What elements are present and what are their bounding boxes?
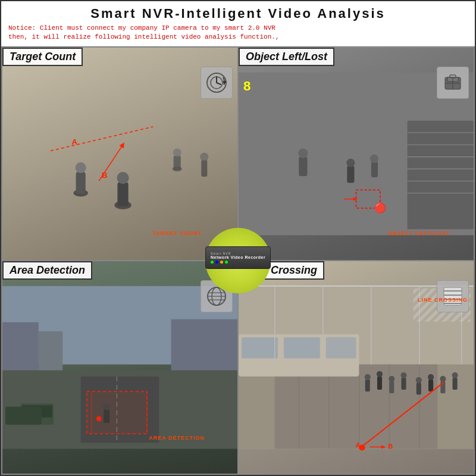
svg-rect-91 (401, 378, 406, 390)
svg-rect-29 (299, 156, 307, 176)
nvr-circle: Smart NVR Network Video Recorder (205, 228, 271, 293)
svg-text:A: A (355, 441, 360, 449)
nvr-led-orange (220, 261, 223, 264)
svg-rect-74 (242, 337, 278, 358)
target-count-feature-label: TARGET COUNT (152, 230, 202, 236)
svg-rect-97 (440, 381, 445, 393)
svg-text:B: B (388, 443, 393, 450)
svg-rect-53 (20, 403, 54, 424)
svg-point-57 (103, 403, 110, 410)
target-count-icon (205, 71, 228, 94)
object-left-feature-label: OBJECT LEFT/LOST (388, 230, 450, 236)
area-detection-label: Area Detection (2, 261, 92, 280)
svg-rect-87 (377, 377, 382, 390)
svg-rect-75 (284, 337, 320, 358)
page-title: Smart NVR-Intelligent Video Analysis (4, 6, 472, 21)
svg-rect-54 (21, 405, 52, 417)
nvr-led-blue (215, 261, 218, 264)
nvr-device: Smart NVR Network Video Recorder (205, 246, 271, 269)
line-crossing-feature-label: LINE CROSSING (418, 297, 468, 303)
svg-line-3 (99, 145, 123, 181)
object-left-label: Object Left/Lost (239, 48, 334, 66)
nvr-led-green2 (225, 261, 228, 264)
svg-text:8: 8 (243, 79, 250, 93)
svg-point-12 (173, 167, 182, 171)
svg-point-88 (377, 371, 383, 377)
svg-point-98 (440, 376, 446, 382)
svg-point-11 (117, 172, 129, 184)
quadrant-line-crossing: Line Crossing (239, 261, 474, 474)
svg-point-6 (74, 189, 88, 196)
notice-line1: Notice: Client must connect my company I… (8, 24, 275, 32)
svg-rect-66 (239, 364, 474, 449)
svg-point-9 (114, 201, 131, 209)
svg-rect-33 (371, 162, 378, 177)
svg-rect-67 (275, 364, 437, 449)
svg-rect-49 (81, 377, 159, 443)
svg-rect-89 (389, 381, 394, 393)
nvr-led-green (211, 261, 214, 264)
svg-line-2 (51, 127, 153, 151)
svg-rect-10 (117, 182, 128, 206)
svg-text:A: A (71, 137, 77, 146)
svg-point-94 (416, 377, 422, 383)
svg-point-52 (96, 416, 101, 421)
svg-line-101 (359, 383, 444, 449)
svg-rect-45 (2, 322, 39, 370)
svg-rect-85 (365, 380, 370, 392)
svg-point-34 (370, 154, 378, 162)
svg-rect-93 (416, 383, 421, 394)
svg-point-30 (298, 148, 308, 158)
svg-point-96 (428, 374, 434, 380)
svg-rect-76 (326, 337, 356, 358)
target-count-screen: A B (2, 48, 237, 260)
line-crossing-icon (441, 285, 464, 308)
svg-point-86 (365, 374, 371, 380)
svg-point-90 (389, 376, 394, 382)
nvr-leds (211, 261, 270, 264)
svg-rect-43 (450, 75, 456, 78)
svg-rect-95 (428, 380, 433, 392)
notice-text: Notice: Client must connect my company I… (4, 21, 472, 43)
svg-point-92 (400, 372, 406, 378)
quadrant-object-left: Object Left/Lost (239, 48, 474, 260)
svg-line-20 (217, 83, 221, 84)
main-container: Smart NVR-Intelligent Video Analysis Not… (0, 0, 476, 476)
svg-rect-7 (76, 172, 86, 193)
svg-rect-46 (39, 331, 63, 371)
svg-point-8 (76, 162, 86, 173)
object-left-screen: 🔴 8 (239, 48, 474, 260)
svg-text:🔴: 🔴 (374, 202, 387, 214)
notice-line2: then, it will realize following intellig… (8, 33, 279, 40)
svg-point-16 (200, 152, 208, 161)
svg-point-32 (346, 158, 355, 167)
svg-rect-56 (104, 409, 109, 422)
svg-point-100 (452, 372, 458, 378)
svg-rect-13 (174, 155, 181, 170)
video-grid: Target Count A (1, 46, 475, 475)
svg-rect-47 (171, 319, 237, 370)
quadrant-area-detection: Area Detection (2, 261, 237, 474)
svg-rect-31 (347, 166, 354, 183)
line-crossing-icon-box (437, 280, 469, 312)
line-crossing-screen: A B (239, 261, 474, 474)
area-detection-screen: AREA DETECTION (2, 261, 237, 474)
svg-text:B: B (102, 171, 108, 180)
quadrant-target-count: Target Count A (2, 48, 237, 260)
svg-point-14 (173, 148, 181, 156)
area-detection-feature-label: AREA DETECTION (149, 435, 205, 441)
target-count-icon-box (201, 67, 233, 99)
svg-line-1 (2, 163, 237, 211)
svg-rect-99 (453, 378, 458, 390)
svg-rect-55 (5, 406, 42, 424)
svg-point-102 (359, 444, 365, 450)
header: Smart NVR-Intelligent Video Analysis Not… (1, 1, 475, 46)
nvr-center-overlay: Smart NVR Network Video Recorder (205, 228, 271, 293)
svg-rect-73 (239, 334, 359, 377)
svg-rect-15 (201, 159, 207, 176)
svg-line-0 (2, 145, 237, 193)
object-left-icon (441, 71, 464, 94)
target-count-label: Target Count (2, 48, 83, 66)
svg-rect-22 (408, 121, 474, 229)
nvr-model: Network Video Recorder (211, 255, 270, 259)
